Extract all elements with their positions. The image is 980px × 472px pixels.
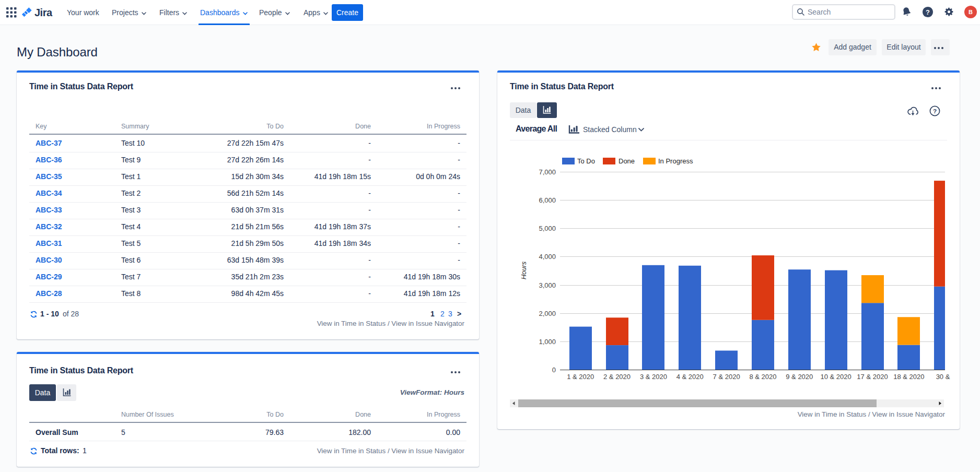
svg-text:?: ? [933, 108, 937, 115]
svg-text:5,000: 5,000 [539, 225, 556, 232]
svg-text:8 & 2020: 8 & 2020 [749, 373, 776, 381]
svg-text:18 & 2020: 18 & 2020 [893, 373, 924, 381]
svg-text:2,000: 2,000 [539, 310, 556, 317]
svg-text:7 & 2020: 7 & 2020 [713, 373, 740, 381]
svg-text:4,000: 4,000 [539, 253, 556, 261]
svg-text:3 & 2020: 3 & 2020 [640, 373, 667, 381]
svg-text:1,000: 1,000 [539, 338, 556, 346]
svg-text:0: 0 [552, 366, 556, 374]
svg-text:17 & 2020: 17 & 2020 [857, 373, 888, 381]
svg-text:6,000: 6,000 [539, 196, 556, 204]
svg-text:2 & 2020: 2 & 2020 [603, 373, 631, 381]
svg-text:10 & 2020: 10 & 2020 [821, 373, 851, 381]
svg-text:30 &: 30 & [936, 373, 950, 381]
svg-text:?: ? [926, 8, 930, 16]
svg-text:9 & 2020: 9 & 2020 [786, 373, 813, 381]
svg-text:7,000: 7,000 [539, 168, 556, 176]
svg-text:Hours: Hours [520, 261, 528, 279]
svg-text:3,000: 3,000 [539, 281, 556, 289]
svg-text:1 & 2020: 1 & 2020 [567, 373, 594, 381]
svg-text:4 & 2020: 4 & 2020 [676, 373, 704, 381]
